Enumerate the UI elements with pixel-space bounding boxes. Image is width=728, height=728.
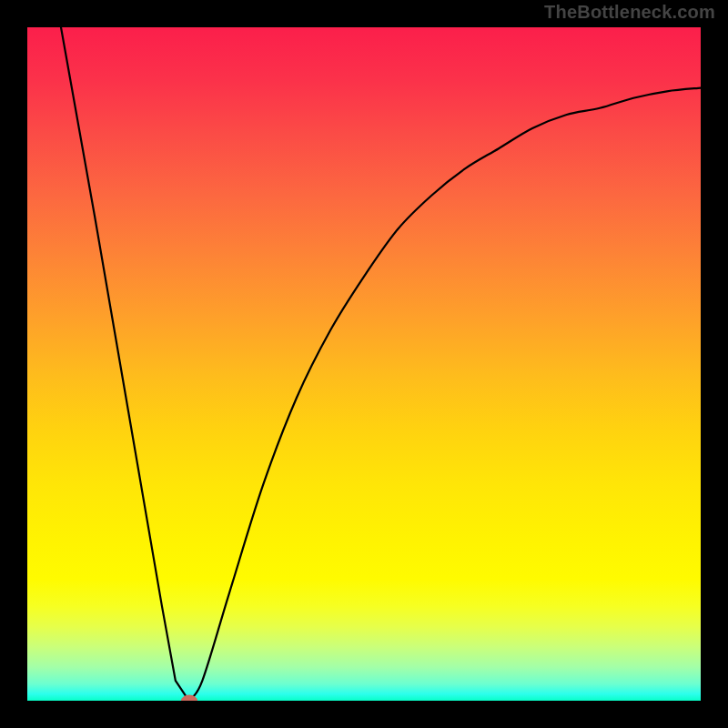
watermark-text: TheBottleneck.com [544, 2, 715, 23]
chart-frame: TheBottleneck.com [0, 0, 728, 728]
bottleneck-curve [27, 27, 701, 701]
plot-area [27, 27, 701, 701]
optimum-marker [181, 695, 197, 702]
